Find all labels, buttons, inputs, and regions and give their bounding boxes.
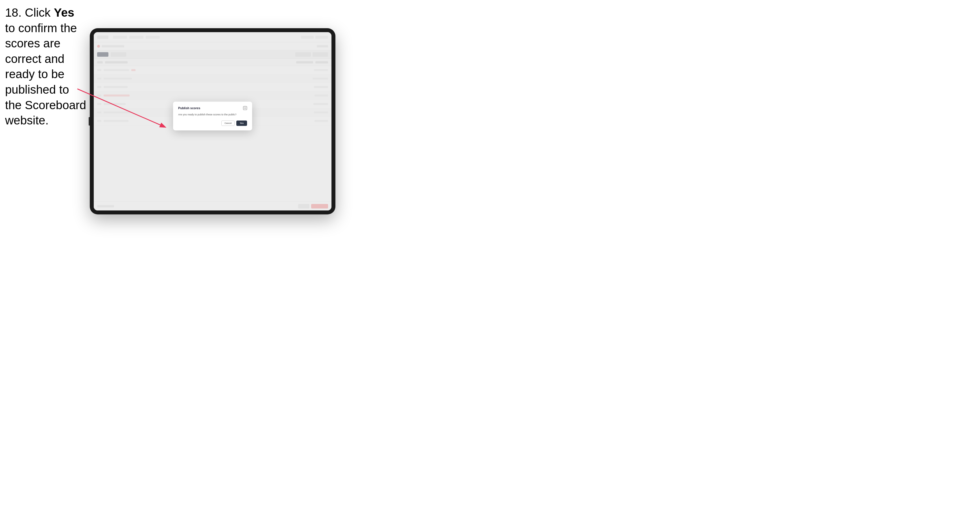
modal-header: Publish scores × <box>178 106 247 110</box>
instruction-text: 18. Click Yes to confirm the scores are … <box>5 5 87 129</box>
tablet-device: Publish scores × Are you ready to publis… <box>90 28 336 214</box>
instruction-bold: Yes <box>54 6 74 19</box>
modal-yes-button[interactable]: Yes <box>236 121 247 126</box>
instruction-text-part1: Click <box>21 6 54 19</box>
modal-close-button[interactable]: × <box>243 106 247 110</box>
step-number: 18. <box>5 6 21 19</box>
modal-actions: Cancel Yes <box>178 121 247 126</box>
app-background: Publish scores × Are you ready to publis… <box>94 32 331 211</box>
modal-cancel-button[interactable]: Cancel <box>221 121 235 126</box>
tablet-notch <box>89 117 90 125</box>
modal-title: Publish scores <box>178 106 200 110</box>
tablet-screen: Publish scores × Are you ready to publis… <box>94 32 331 211</box>
modal-body-text: Are you ready to publish these scores to… <box>178 113 247 116</box>
publish-scores-modal: Publish scores × Are you ready to publis… <box>173 102 252 130</box>
instruction-text-part2: to confirm the scores are correct and re… <box>5 21 86 127</box>
